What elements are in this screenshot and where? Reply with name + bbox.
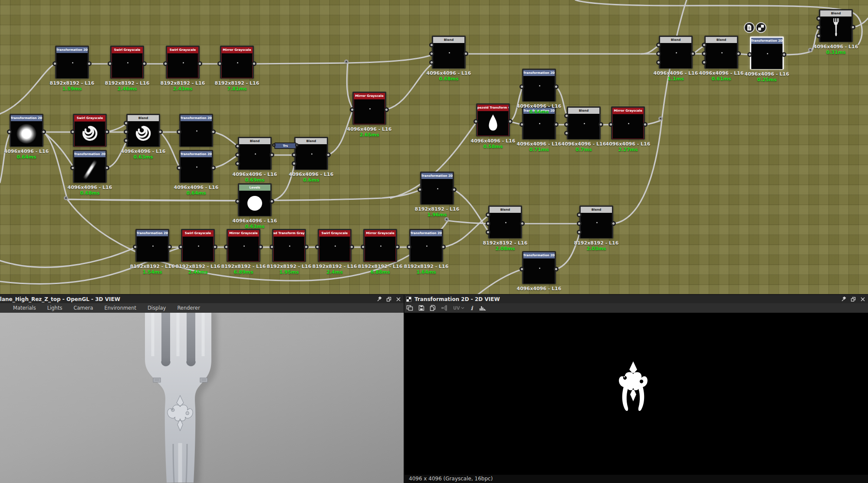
node-port[interactable] bbox=[304, 245, 309, 249]
node-port[interactable] bbox=[108, 61, 112, 66]
graph-node[interactable]: Transformation 2D bbox=[750, 36, 784, 69]
node-port[interactable] bbox=[519, 267, 524, 271]
info-icon[interactable]: i bbox=[470, 303, 474, 313]
node-port[interactable] bbox=[217, 61, 222, 66]
node-port[interactable] bbox=[473, 119, 478, 124]
node-port[interactable] bbox=[598, 122, 603, 127]
node-port[interactable] bbox=[270, 199, 274, 204]
graph-node[interactable]: Levels bbox=[238, 183, 272, 216]
node-port[interactable] bbox=[608, 122, 613, 127]
graph-node[interactable]: Blend bbox=[659, 36, 693, 69]
node-port[interactable] bbox=[407, 245, 411, 249]
graph-node[interactable]: Mirror Grayscale bbox=[220, 46, 254, 79]
node-port[interactable] bbox=[270, 245, 274, 249]
node-port[interactable] bbox=[105, 129, 109, 134]
node-port[interactable] bbox=[816, 33, 821, 38]
close-icon[interactable] bbox=[396, 297, 401, 302]
node-port[interactable] bbox=[554, 267, 559, 271]
node-port[interactable] bbox=[452, 187, 457, 192]
node-port[interactable] bbox=[211, 165, 216, 170]
node-port[interactable] bbox=[577, 230, 582, 235]
node-port[interactable] bbox=[441, 245, 446, 249]
restore-icon[interactable] bbox=[851, 297, 856, 302]
node-port[interactable] bbox=[361, 245, 365, 249]
graph-node[interactable]: Mirror Grayscale bbox=[611, 106, 645, 139]
node-port[interactable] bbox=[124, 129, 128, 134]
graph-node[interactable]: Mirror Grayscale bbox=[352, 92, 386, 125]
close-icon[interactable] bbox=[860, 297, 865, 302]
view2d-titlebar[interactable]: Transformation 2D - 2D VIEW bbox=[404, 295, 868, 303]
view3d-titlebar[interactable]: Plane_High_Rez_Z_top - OpenGL - 3D VIEW bbox=[0, 295, 404, 303]
node-port[interactable] bbox=[508, 119, 513, 124]
node-port[interactable] bbox=[70, 129, 75, 134]
node-port[interactable] bbox=[702, 51, 707, 56]
node-port[interactable] bbox=[554, 122, 559, 127]
node-port[interactable] bbox=[690, 51, 695, 56]
node-port[interactable] bbox=[564, 113, 569, 118]
node-port[interactable] bbox=[486, 212, 490, 217]
graph-node[interactable]: Mirror Grayscale bbox=[227, 229, 260, 262]
node-port[interactable] bbox=[429, 60, 434, 65]
node-port[interactable] bbox=[235, 161, 240, 166]
node-port[interactable] bbox=[702, 60, 707, 65]
link-outputs-icon[interactable] bbox=[441, 303, 448, 313]
wire-junction-dot[interactable] bbox=[444, 217, 449, 222]
graph-node[interactable]: Blend bbox=[579, 205, 613, 238]
graph-node[interactable]: Transformation 2D bbox=[420, 172, 454, 205]
node-port[interactable] bbox=[211, 129, 216, 134]
duplicate-view-icon[interactable] bbox=[406, 303, 413, 313]
node-port[interactable] bbox=[7, 129, 12, 134]
node-port[interactable] bbox=[163, 61, 168, 66]
graph-node[interactable]: Swirl Grayscale bbox=[318, 229, 352, 262]
graph-node[interactable]: Quad Transform Grays... bbox=[272, 229, 306, 262]
graph-node[interactable]: Swirl Grayscale bbox=[166, 46, 200, 79]
node-port[interactable] bbox=[167, 245, 172, 249]
node-port[interactable] bbox=[464, 51, 468, 56]
node-port[interactable] bbox=[577, 221, 582, 226]
node-port[interactable] bbox=[643, 122, 648, 127]
node-port[interactable] bbox=[418, 187, 422, 192]
node-graph-canvas[interactable]: Transformation 2D8192x8192 - L161.59msSw… bbox=[0, 0, 868, 295]
menu-materials[interactable]: Materials bbox=[13, 305, 36, 311]
node-port[interactable] bbox=[295, 143, 299, 147]
node-port[interactable] bbox=[736, 51, 741, 56]
node-port[interactable] bbox=[178, 245, 183, 249]
graph-node[interactable]: Transformation 2D bbox=[179, 114, 213, 147]
node-port[interactable] bbox=[270, 152, 274, 157]
save-icon[interactable] bbox=[418, 303, 424, 313]
node-port[interactable] bbox=[349, 245, 354, 249]
node-port[interactable] bbox=[272, 143, 276, 147]
graph-node[interactable]: Blend bbox=[238, 137, 272, 170]
node-port[interactable] bbox=[429, 51, 434, 56]
graph-node[interactable]: Trapezoid Transform G... bbox=[476, 103, 510, 136]
node-port[interactable] bbox=[851, 25, 855, 30]
graph-node[interactable]: Blend bbox=[819, 9, 853, 42]
uv-mode-dropdown[interactable]: UV bbox=[453, 303, 464, 313]
node-port[interactable] bbox=[292, 152, 296, 157]
graph-node[interactable]: Swirl Grayscale bbox=[110, 46, 144, 79]
graph-node[interactable]: Mirror Grayscale bbox=[363, 229, 397, 262]
graph-node[interactable]: Blend bbox=[567, 106, 601, 139]
node-port[interactable] bbox=[326, 152, 331, 157]
copy-icon[interactable] bbox=[430, 303, 436, 313]
node-port[interactable] bbox=[124, 121, 128, 126]
menu-renderer[interactable]: Renderer bbox=[177, 305, 200, 311]
graph-node[interactable]: Transformation 2D bbox=[10, 114, 43, 147]
vertical-splitter[interactable] bbox=[404, 295, 404, 483]
graph-node[interactable]: Transformation 2D bbox=[522, 251, 556, 284]
pin-icon[interactable] bbox=[841, 297, 846, 302]
node-port[interactable] bbox=[315, 245, 320, 249]
node-port[interactable] bbox=[258, 245, 263, 249]
graph-node[interactable]: Blend bbox=[432, 36, 466, 69]
viewport-3d[interactable] bbox=[0, 313, 404, 483]
node-port[interactable] bbox=[519, 84, 524, 89]
horizontal-splitter[interactable] bbox=[0, 294, 868, 295]
node-port[interactable] bbox=[656, 60, 661, 65]
node-port[interactable] bbox=[747, 52, 752, 57]
node-port[interactable] bbox=[702, 43, 707, 47]
node-port[interactable] bbox=[197, 61, 202, 66]
restore-icon[interactable] bbox=[386, 297, 391, 302]
histogram-icon[interactable] bbox=[479, 303, 486, 313]
menu-lights[interactable]: Lights bbox=[47, 305, 62, 311]
node-port[interactable] bbox=[656, 51, 661, 56]
